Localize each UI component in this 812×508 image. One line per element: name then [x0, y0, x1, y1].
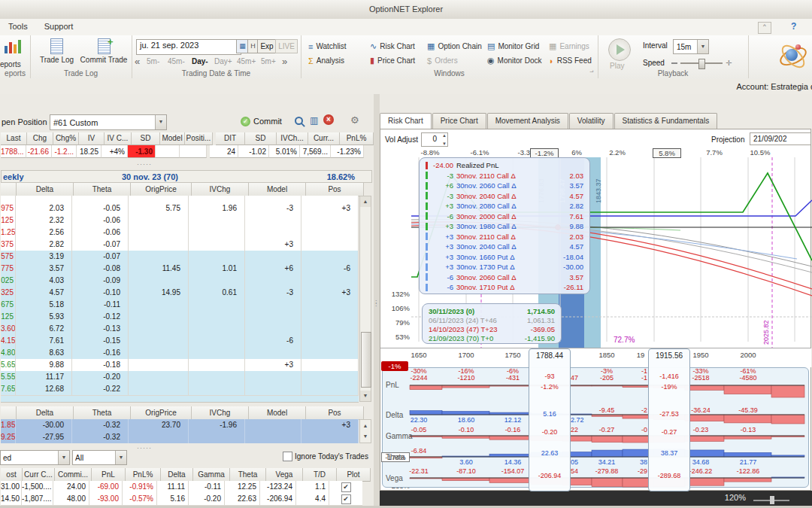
greek-value: -0.13: [729, 426, 768, 433]
nav-5m+[interactable]: 5m+: [261, 57, 276, 65]
legend-item: +330nov. 2040 Call Δ4.57: [426, 242, 583, 252]
windows-button-option-chain[interactable]: ▦Option Chain: [427, 41, 482, 52]
cell: [189, 311, 245, 323]
chain-row[interactable]: 3.606.72-0.13: [1, 323, 359, 335]
tab-risk-chart[interactable]: Risk Chart: [380, 113, 432, 130]
position-row[interactable]: 9.25-27.95-0.32: [1, 431, 359, 443]
zoom-slider-handle[interactable]: [770, 496, 774, 504]
chain-row[interactable]: [1, 395, 359, 403]
windows-button-price-chart[interactable]: ▮Price Chart: [370, 55, 415, 66]
greeks-highlight-column[interactable]: 1915.56-1,416-19%-27.53-0.2738.37-289.68: [648, 348, 690, 491]
windows-button-risk-chart[interactable]: ∿Risk Chart: [370, 41, 415, 52]
tab-movement-analysis[interactable]: Movement Analysis: [487, 113, 568, 129]
spinner-up-icon[interactable]: ▲: [442, 133, 447, 138]
projection-date-field[interactable]: 21/09/202: [750, 132, 811, 145]
section-grip[interactable]: ·····: [137, 444, 152, 452]
plot-checkbox[interactable]: ✔: [341, 482, 351, 492]
chain-row[interactable]: 0254.03-0.09: [1, 275, 359, 287]
chain-row[interactable]: 7.6512.68-0.22: [1, 383, 359, 395]
greek-value: -4580: [729, 374, 768, 382]
reports-button[interactable]: eports: [0, 60, 30, 68]
settings-gear-icon[interactable]: ⚙: [350, 114, 359, 126]
nav-Day+[interactable]: Day+: [214, 57, 232, 65]
menu-item-tools[interactable]: Tools: [0, 19, 36, 31]
greeks-highlight-column[interactable]: 1788.44-93-1.2%5.16-0.2022.63-206.94: [529, 348, 571, 491]
prev-day-button[interactable]: «: [135, 56, 140, 67]
trades-row[interactable]: 14.50-1,807....48.00-93.00-0.57%5.16-0.2…: [1, 493, 362, 506]
chain-row[interactable]: [1, 196, 359, 202]
summary-cell: [180, 145, 207, 158]
section-grip[interactable]: ·····: [137, 160, 152, 168]
cell: 975: [1, 202, 16, 214]
tab-statistics-fundamentals[interactable]: Statistics & Fundamentals: [614, 113, 718, 129]
nav-45m+[interactable]: 45m+: [237, 57, 256, 65]
chain-row[interactable]: 1252.32-0.06: [1, 214, 359, 227]
ignore-today-checkbox[interactable]: [283, 452, 292, 461]
vol-adjust-stepper[interactable]: 0▲▼: [421, 132, 448, 147]
ribbon-group-label: Windows: [301, 69, 598, 78]
commit-button[interactable]: ✓Commit: [241, 114, 282, 128]
cell: -0.08: [72, 263, 129, 275]
export-button[interactable]: ▥: [310, 115, 318, 126]
trade-filter-all-select[interactable]: All▼: [72, 450, 127, 465]
speed-slider-handle[interactable]: [698, 59, 705, 69]
nav-Day-[interactable]: Day-: [192, 57, 208, 65]
panel-splitter[interactable]: ∶∶: [374, 94, 380, 508]
interval-select[interactable]: 15m▼: [673, 39, 709, 54]
trading-date-field[interactable]: ju. 21 sep. 2023: [136, 39, 241, 55]
trades-row[interactable]: 31.00-1,500....24.00-69.00-0.91%11.11-0.…: [1, 481, 362, 494]
nav-45m-[interactable]: 45m-: [168, 57, 185, 65]
pnl-info-box: 30/11/2023 (0)1,714.5006/11/2023 (24) T+…: [422, 303, 562, 344]
cell: 125: [1, 214, 16, 227]
windows-button-monitor-grid[interactable]: ▤Monitor Grid: [487, 41, 539, 52]
windows-button-watchlist[interactable]: ≡Watchlist: [308, 41, 347, 52]
chain-row[interactable]: 4.808.63-0.16: [1, 347, 359, 359]
dialog-launcher-icon[interactable]: ⌐: [589, 68, 593, 76]
commit-trade-button[interactable]: +Commit Trade: [77, 38, 130, 64]
chain-row[interactable]: 4.157.61-0.15-6: [1, 335, 359, 347]
tab-price-chart[interactable]: Price Chart: [432, 113, 486, 129]
next-day-button[interactable]: »: [282, 56, 287, 67]
spinner-down-icon[interactable]: ▼: [442, 141, 447, 146]
close-button[interactable]: ×: [323, 114, 334, 125]
chain-row[interactable]: 3254.57-0.1014.950.61-3+3: [1, 287, 359, 299]
windows-button-rss-feed[interactable]: ◗RSS Feed: [549, 55, 592, 66]
chain-row[interactable]: 7753.57-0.0811.451.01+6-6: [1, 263, 359, 275]
menu-bar: ToolsSupport ^ ?: [0, 19, 812, 35]
scroll-up-icon[interactable]: ▲: [360, 196, 371, 207]
scroll-up-icon[interactable]: ▲: [360, 421, 371, 431]
chain-row[interactable]: 6755.18-0.11: [1, 299, 359, 311]
tab-volatility[interactable]: Volatility: [569, 113, 614, 129]
highlight-value: -27.53: [649, 410, 689, 418]
chain-row[interactable]: 5753.19-0.07: [1, 251, 359, 263]
position-row[interactable]: 1.85-30.00-0.3223.70-1.96+3: [1, 419, 359, 431]
cell: [189, 359, 245, 371]
scroll-thumb[interactable]: [361, 332, 371, 388]
windows-button-monitor-dock[interactable]: ◉Monitor Dock: [487, 55, 542, 66]
chain-row[interactable]: 1.252.56-0.06: [1, 227, 359, 239]
chain-row[interactable]: 5.5511.17-0.20: [1, 371, 359, 383]
position-scroll[interactable]: ▲▼: [359, 419, 371, 443]
chain-row[interactable]: 3752.82-0.07+3: [1, 239, 359, 251]
title-bar[interactable]: OptionNET Explorer: [0, 0, 812, 20]
strategy-select[interactable]: #61 Custom▼: [50, 114, 167, 130]
chain-row[interactable]: 9752.03-0.055.751.96-3+3: [1, 202, 359, 214]
live-button[interactable]: LIVE: [275, 39, 298, 53]
windows-button-analysis[interactable]: ΣAnalysis: [308, 55, 344, 66]
search-button[interactable]: [295, 117, 305, 127]
summary-value-row[interactable]: 1788...-21.66-1.2...18.25+4%-1.3024-1.02…: [1, 145, 364, 158]
chain-row[interactable]: 1255.93-0.12: [1, 311, 359, 323]
trade-log-button[interactable]: Trade Log: [36, 38, 77, 64]
scroll-down-icon[interactable]: ▼: [360, 431, 371, 442]
chain-scrollbar[interactable]: ▲▼: [359, 196, 371, 402]
menu-item-support[interactable]: Support: [36, 19, 82, 31]
plot-checkbox[interactable]: ✔: [341, 494, 351, 504]
scroll-down-icon[interactable]: ▼: [360, 391, 371, 401]
cell: -0.57%: [123, 493, 157, 505]
help-icon[interactable]: ?: [791, 21, 796, 32]
nav-5m-[interactable]: 5m-: [147, 57, 159, 65]
chain-row[interactable]: 5.659.88-0.18+3: [1, 359, 359, 371]
exp-button[interactable]: Exp: [257, 39, 277, 53]
trade-filter-select[interactable]: ed▼: [0, 450, 70, 465]
collapse-ribbon-icon[interactable]: ^: [758, 22, 771, 34]
